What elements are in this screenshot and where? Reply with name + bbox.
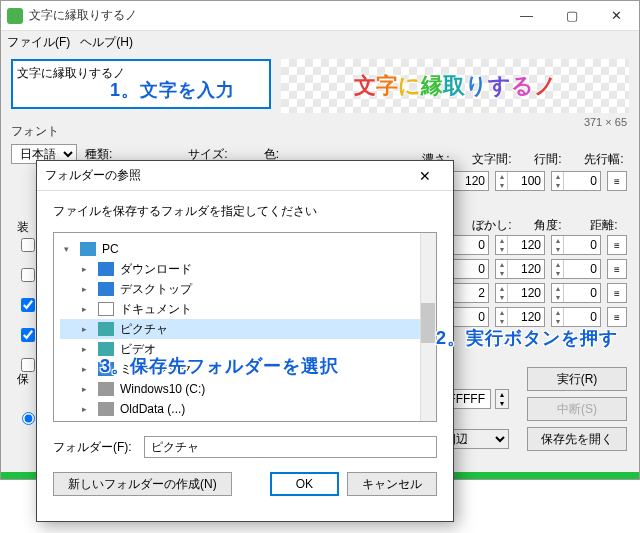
maximize-button[interactable]: ▢	[549, 1, 594, 31]
value-spinner[interactable]: ▴▾	[551, 235, 601, 255]
options-button[interactable]: ≡	[607, 307, 627, 327]
music-icon	[98, 362, 114, 376]
chevron-right-icon: ▸	[82, 404, 92, 414]
leading-spinner[interactable]: ▴▾	[551, 171, 601, 191]
save-section-label: 保	[17, 371, 29, 388]
dialog-titlebar: フォルダーの参照 ✕	[37, 161, 453, 191]
folder-tree[interactable]: ▾PC ▸ダウンロード ▸デスクトップ ▸ドキュメント ▸ピクチャ ▸ビデオ ▸…	[53, 232, 437, 422]
tree-item-drive-c[interactable]: ▸Windows10 (C:)	[60, 379, 430, 399]
action-buttons: 実行(R) 中断(S) 保存先を開く	[527, 367, 627, 451]
effect-checkbox[interactable]	[21, 358, 35, 372]
tree-item-pc[interactable]: ▾PC	[60, 239, 430, 259]
documents-icon	[98, 302, 114, 316]
chevron-right-icon: ▸	[82, 384, 92, 394]
effect-checkbox[interactable]	[21, 298, 35, 312]
tree-item-videos[interactable]: ▸ビデオ	[60, 339, 430, 359]
chevron-right-icon: ▸	[82, 324, 92, 334]
pictures-icon	[98, 322, 114, 336]
chevron-right-icon: ▸	[82, 344, 92, 354]
menubar: ファイル(F) ヘルプ(H)	[1, 31, 639, 53]
blur-label: ぼかし:	[471, 217, 513, 234]
value-spinner[interactable]: ▴▾	[551, 283, 601, 303]
pc-icon	[80, 242, 96, 256]
videos-icon	[98, 342, 114, 356]
angle-label: 角度:	[527, 217, 569, 234]
chevron-right-icon: ▸	[82, 364, 92, 374]
dialog-message: ファイルを保存するフォルダを指定してください	[53, 203, 437, 220]
chevron-right-icon: ▸	[82, 264, 92, 274]
chevron-down-icon: ▾	[64, 244, 74, 254]
font-section-label: フォント	[11, 123, 629, 140]
tree-item-documents[interactable]: ▸ドキュメント	[60, 299, 430, 319]
titlebar: 文字に縁取りするノ — ▢ ✕	[1, 1, 639, 31]
effect-checkbox[interactable]	[21, 328, 35, 342]
value-spinner[interactable]: ▴▾	[495, 235, 545, 255]
tree-item-desktop[interactable]: ▸デスクトップ	[60, 279, 430, 299]
value-spinner[interactable]: ▴▾	[551, 259, 601, 279]
tree-item-drive-old[interactable]: ▸OldData (...)	[60, 399, 430, 419]
options-button[interactable]: ≡	[607, 283, 627, 303]
hex-stepper[interactable]: ▴▾	[495, 389, 509, 409]
menu-file[interactable]: ファイル(F)	[7, 34, 70, 51]
desktop-icon	[98, 282, 114, 296]
effect-checkbox[interactable]	[21, 238, 35, 252]
download-icon	[98, 262, 114, 276]
drive-icon	[98, 402, 114, 416]
chevron-right-icon: ▸	[82, 304, 92, 314]
ok-button[interactable]: OK	[270, 472, 339, 496]
open-folder-button[interactable]: 保存先を開く	[527, 427, 627, 451]
folder-browse-dialog: フォルダーの参照 ✕ ファイルを保存するフォルダを指定してください ▾PC ▸ダ…	[36, 160, 454, 522]
dialog-close-button[interactable]: ✕	[405, 168, 445, 184]
value-spinner[interactable]: ▴▾	[495, 307, 545, 327]
options-button-1[interactable]: ≡	[607, 171, 627, 191]
preview-text: 文字に縁取りするノ	[354, 71, 557, 101]
dialog-title: フォルダーの参照	[45, 167, 405, 184]
dist-label: 距離:	[583, 217, 625, 234]
tree-item-pictures[interactable]: ▸ピクチャ	[60, 319, 430, 339]
stop-button[interactable]: 中断(S)	[527, 397, 627, 421]
effect-checkbox[interactable]	[21, 268, 35, 282]
run-button[interactable]: 実行(R)	[527, 367, 627, 391]
scrollbar-thumb[interactable]	[421, 303, 435, 343]
drive-icon	[98, 382, 114, 396]
preview-area: 文字に縁取りするノ	[281, 59, 629, 113]
lineh-spinner[interactable]: ▴▾	[495, 171, 545, 191]
lineh-label: 行間:	[527, 151, 569, 168]
text-input[interactable]	[11, 59, 271, 109]
spacing-label: 文字間:	[471, 151, 513, 168]
options-button[interactable]: ≡	[607, 259, 627, 279]
value-spinner[interactable]: ▴▾	[495, 283, 545, 303]
chevron-right-icon: ▸	[82, 284, 92, 294]
leading-label: 先行幅:	[583, 151, 625, 168]
options-button[interactable]: ≡	[607, 235, 627, 255]
app-icon	[7, 8, 23, 24]
window-title: 文字に縁取りするノ	[29, 7, 504, 24]
checkbox-column	[17, 235, 38, 375]
tree-item-downloads[interactable]: ▸ダウンロード	[60, 259, 430, 279]
tree-scrollbar[interactable]	[420, 233, 436, 421]
dimensions-label: 371 × 65	[584, 116, 627, 128]
close-button[interactable]: ✕	[594, 1, 639, 31]
folder-label: フォルダー(F):	[53, 439, 132, 456]
save-radio[interactable]	[22, 412, 35, 425]
new-folder-button[interactable]: 新しいフォルダーの作成(N)	[53, 472, 232, 496]
deco-section-label: 装	[17, 219, 29, 236]
cancel-button[interactable]: キャンセル	[347, 472, 437, 496]
tree-item-music[interactable]: ▸ミュージック	[60, 359, 430, 379]
menu-help[interactable]: ヘルプ(H)	[80, 34, 133, 51]
value-spinner[interactable]: ▴▾	[551, 307, 601, 327]
value-spinner[interactable]: ▴▾	[495, 259, 545, 279]
minimize-button[interactable]: —	[504, 1, 549, 31]
folder-input[interactable]	[144, 436, 437, 458]
